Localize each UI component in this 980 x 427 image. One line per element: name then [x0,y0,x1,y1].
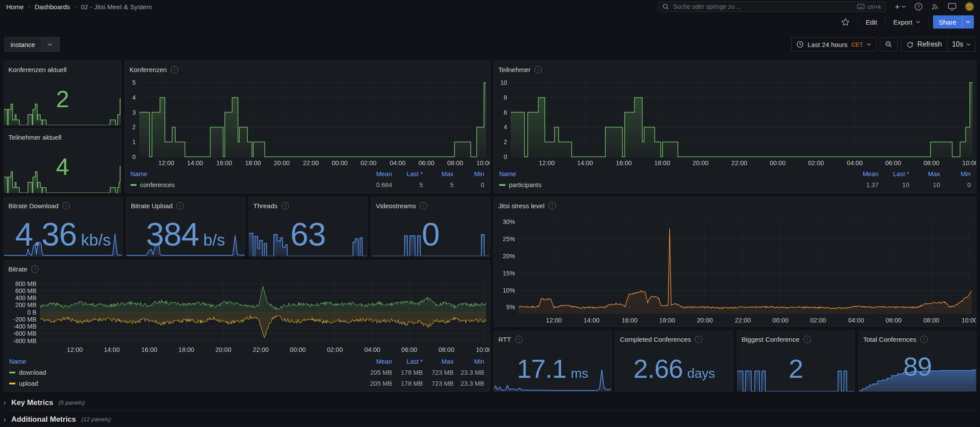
panel-header[interactable]: Bitrate Upload i [126,197,245,212]
panel-header[interactable]: Teilnehmer i [494,61,976,76]
legend-header-name[interactable]: Name [130,170,352,177]
legend-value: 0.684 [352,181,392,188]
panel-header[interactable]: Biggest Conference i [737,331,854,346]
row-panel-count: (12 panels) [81,416,111,423]
info-icon[interactable]: i [803,336,811,343]
star-button[interactable] [838,15,853,29]
panel-header[interactable]: Bitrate i [4,261,490,275]
panel-header[interactable]: Total Conferences i [859,331,976,346]
variable-value-select[interactable] [41,37,59,51]
panel-header[interactable]: Konferenzen i [125,61,490,76]
edit-button[interactable]: Edit [862,15,881,29]
info-icon[interactable]: i [281,202,289,210]
timeseries-svg[interactable]: 024681012:0014:0016:0018:0020:0022:0000:… [494,76,976,168]
timeseries-svg[interactable]: 01234512:0014:0016:0018:0020:0022:0000:0… [125,76,490,168]
grafana-dashboard: Home › Dashboards › 02 - Jitsi Meet & Sy… [0,0,980,427]
zoom-out-button[interactable] [880,37,897,51]
time-range-picker[interactable]: Last 24 hours CET [791,37,876,51]
legend-header-mean[interactable]: Mean [838,170,879,177]
new-button[interactable]: + [895,3,906,11]
participants-chart[interactable]: 024681012:0014:0016:0018:0020:0022:0000:… [494,76,976,168]
breadcrumb-home[interactable]: Home [6,3,24,11]
legend-header-last[interactable]: Last * [879,170,909,177]
search-box[interactable]: ctrl+k [658,1,886,12]
legend-header-max[interactable]: Max [423,358,454,365]
panel-konferenzen-aktuell: Konferenzen aktuell 2 [4,61,121,126]
timeseries-svg[interactable]: 800 MB600 MB400 MB200 MB0 B-200 MB-400 M… [4,275,490,356]
legend-header-name[interactable]: Name [499,170,838,177]
svg-text:16:00: 16:00 [616,159,632,166]
top-nav: Home › Dashboards › 02 - Jitsi Meet & Sy… [0,0,980,13]
legend-value: 723 MB [423,380,454,387]
legend-header-max[interactable]: Max [909,170,940,177]
chevron-down-icon [47,43,52,46]
legend-header-name[interactable]: Name [9,358,352,365]
variable-instance-dropdown[interactable]: instance [4,37,60,52]
panel-header[interactable]: Threads i [249,197,367,212]
info-icon[interactable]: i [920,336,928,343]
timezone-label: CET [851,41,863,48]
panel-completed-conferences: Completed Conferences i 2.66days [615,330,733,392]
refresh-interval-select[interactable]: 10s [947,37,975,51]
legend-value: 178 MB [392,369,423,376]
panel-teilnehmer: Teilnehmer i 024681012:0014:0016:0018:00… [494,61,976,193]
share-menu-button[interactable] [962,15,974,29]
refresh-button[interactable]: Refresh [901,37,947,51]
timeseries-svg[interactable]: 5%10%15%20%25%30%12:0014:0016:0018:0020:… [494,212,976,326]
legend-series-conferences[interactable]: conferences [130,181,352,188]
svg-text:8: 8 [504,94,507,101]
breadcrumb-dashboards[interactable]: Dashboards [35,3,70,11]
export-button[interactable]: Export [890,15,924,29]
legend: NameMeanLast *MaxMindownload205 MB178 MB… [4,356,490,391]
legend-header-last[interactable]: Last * [392,358,423,365]
legend-series-upload[interactable]: upload [9,380,352,387]
legend-series-download[interactable]: download [9,369,352,376]
panel-header[interactable]: Videostreams i [371,197,490,212]
svg-text:10:00: 10:00 [476,159,490,166]
legend-header-last[interactable]: Last * [392,170,423,177]
breadcrumb-separator: › [75,3,77,10]
row-additional-metrics[interactable]: › Additional Metrics (12 panels) [4,412,976,427]
stat-body: 2.66days [616,346,733,391]
legend-header-min[interactable]: Min [940,170,971,177]
conferences-chart[interactable]: 01234512:0014:0016:0018:0020:0022:0000:0… [125,76,490,168]
panel-header[interactable]: Completed Conferences i [616,331,733,346]
search-input[interactable] [672,3,854,11]
panel-header[interactable]: RTT i [494,331,611,346]
stat-body: 63 [249,212,367,256]
info-icon[interactable]: i [515,336,522,343]
panel-header[interactable]: Konferenzen aktuell [4,61,121,76]
panel-header[interactable]: Bitrate Download i [4,197,122,212]
stat-value: 2 [4,76,121,125]
bitrate-chart[interactable]: 800 MB600 MB400 MB200 MB0 B-200 MB-400 M… [4,275,490,356]
legend-series-participants[interactable]: participants [499,181,838,188]
info-icon[interactable]: i [695,336,703,343]
legend-row: participants1.3710100 [499,179,971,190]
row-key-metrics[interactable]: › Key Metrics (5 panels) [4,395,976,410]
info-icon[interactable]: i [31,265,39,273]
info-icon[interactable]: i [171,66,178,73]
plus-icon: + [895,3,900,11]
legend-header-mean[interactable]: Mean [352,358,392,365]
screen-button[interactable] [948,3,956,11]
info-icon[interactable]: i [420,202,427,210]
legend-header-min[interactable]: Min [454,358,484,365]
info-icon[interactable]: i [534,66,542,73]
panel-title: Bitrate Upload [131,202,173,210]
info-icon[interactable]: i [62,202,70,210]
panel-header[interactable]: Teilnehmer aktuell [4,129,121,144]
legend-value: 0 [454,181,484,188]
panel-header[interactable]: Jitsi stress level i [494,197,976,212]
stat-body: 4 [4,144,121,193]
stat-value: 2 [737,346,854,391]
info-icon[interactable]: i [177,202,184,210]
user-avatar[interactable] [965,2,974,11]
legend-header-mean[interactable]: Mean [352,170,392,177]
legend-header-min[interactable]: Min [454,170,484,177]
news-button[interactable] [931,3,939,11]
legend-header-max[interactable]: Max [423,170,454,177]
share-button[interactable]: Share [933,15,962,29]
help-button[interactable]: ? [915,3,922,11]
info-icon[interactable]: i [548,202,556,210]
stress-chart[interactable]: 5%10%15%20%25%30%12:0014:0016:0018:0020:… [494,212,976,326]
